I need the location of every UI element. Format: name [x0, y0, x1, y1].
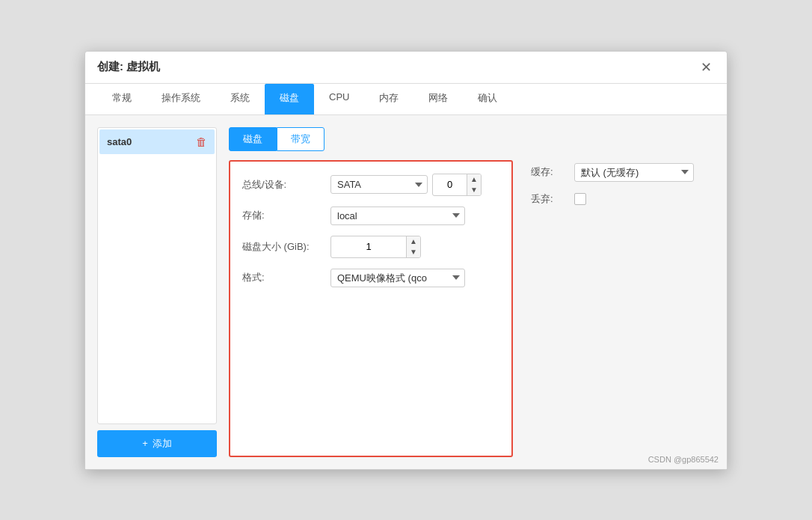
bus-device-row: 总线/设备: SATA IDE SCSI VirtIO — [242, 174, 499, 196]
sub-tab-disk[interactable]: 磁盘 — [229, 127, 277, 151]
plus-icon: + — [142, 438, 148, 449]
spinbox-up[interactable]: ▲ — [467, 174, 481, 185]
sidebar: sata0 🗑 + 添加 — [97, 127, 217, 457]
discard-checkbox[interactable] — [574, 193, 586, 205]
cache-select[interactable]: 默认 (无缓存) 直写 回写 不安全 仅缓存 — [574, 163, 694, 182]
form-section: 总线/设备: SATA IDE SCSI VirtIO — [229, 160, 715, 457]
spinbox-down[interactable]: ▼ — [467, 185, 481, 195]
list-item[interactable]: sata0 🗑 — [99, 129, 215, 154]
disk-size-spinbox: ▲ ▼ — [330, 236, 421, 258]
disk-size-row: 磁盘大小 (GiB): ▲ ▼ — [242, 236, 499, 258]
sub-tabs: 磁盘 带宽 — [229, 127, 715, 151]
tab-confirm[interactable]: 确认 — [463, 84, 512, 114]
discard-label: 丢弃: — [531, 192, 568, 206]
discard-row: 丢弃: — [531, 192, 694, 206]
create-vm-dialog: 创建: 虚拟机 ✕ 常规 操作系统 系统 磁盘 CPU 内存 网络 确认 sat… — [84, 51, 728, 470]
dialog-title: 创建: 虚拟机 — [97, 60, 160, 74]
format-label: 格式: — [242, 271, 325, 284]
sub-tab-bandwidth[interactable]: 带宽 — [277, 127, 325, 151]
device-input[interactable] — [433, 176, 467, 193]
dialog-header: 创建: 虚拟机 ✕ — [85, 52, 727, 84]
cache-label: 缓存: — [531, 165, 568, 179]
tab-disk[interactable]: 磁盘 — [265, 84, 314, 114]
storage-select[interactable]: local local-lvm — [330, 207, 465, 225]
bus-control: SATA IDE SCSI VirtIO ▲ ▼ — [330, 174, 499, 196]
format-row: 格式: QEMU映像格式 (qco 原始磁盘映像 (raw) VMware映像格… — [242, 269, 499, 287]
close-button[interactable]: ✕ — [698, 59, 715, 76]
format-select[interactable]: QEMU映像格式 (qco 原始磁盘映像 (raw) VMware映像格式 (v… — [330, 269, 465, 287]
disk-size-control: ▲ ▼ — [330, 236, 499, 258]
disk-size-input[interactable] — [331, 238, 406, 255]
tab-memory[interactable]: 内存 — [364, 84, 413, 114]
add-label: 添加 — [153, 437, 172, 450]
storage-label: 存储: — [242, 209, 325, 222]
tab-general[interactable]: 常规 — [97, 84, 147, 114]
tab-system[interactable]: 系统 — [215, 84, 265, 114]
disk-size-down[interactable]: ▼ — [407, 247, 420, 257]
tabs-bar: 常规 操作系统 系统 磁盘 CPU 内存 网络 确认 — [85, 84, 727, 115]
tab-network[interactable]: 网络 — [413, 84, 463, 114]
bus-select[interactable]: SATA IDE SCSI VirtIO — [330, 175, 428, 194]
right-section: 缓存: 默认 (无缓存) 直写 回写 不安全 仅缓存 丢弃: — [531, 160, 694, 457]
disk-size-label: 磁盘大小 (GiB): — [242, 240, 325, 254]
add-disk-button[interactable]: + 添加 — [97, 430, 217, 457]
cache-row: 缓存: 默认 (无缓存) 直写 回写 不安全 仅缓存 — [531, 163, 694, 182]
disk-item-label: sata0 — [107, 136, 132, 147]
device-spinbox: ▲ ▼ — [432, 174, 482, 196]
bus-label: 总线/设备: — [242, 178, 325, 192]
disk-size-btns: ▲ ▼ — [406, 236, 420, 257]
dialog-body: sata0 🗑 + 添加 磁盘 带宽 — [85, 115, 727, 469]
storage-control: local local-lvm — [330, 207, 499, 225]
spinbox-btns: ▲ ▼ — [467, 174, 481, 195]
storage-row: 存储: local local-lvm — [242, 207, 499, 225]
watermark: CSDN @gp865542 — [648, 455, 719, 464]
disk-size-up[interactable]: ▲ — [407, 236, 420, 247]
disk-form-box: 总线/设备: SATA IDE SCSI VirtIO — [229, 160, 513, 457]
content-area: 磁盘 带宽 总线/设备: SATA IDE — [229, 127, 715, 457]
format-control: QEMU映像格式 (qco 原始磁盘映像 (raw) VMware映像格式 (v… — [330, 269, 499, 287]
tab-os[interactable]: 操作系统 — [147, 84, 215, 114]
delete-icon[interactable]: 🗑 — [196, 135, 207, 148]
tab-cpu[interactable]: CPU — [314, 84, 364, 114]
sidebar-list: sata0 🗑 — [97, 127, 217, 424]
